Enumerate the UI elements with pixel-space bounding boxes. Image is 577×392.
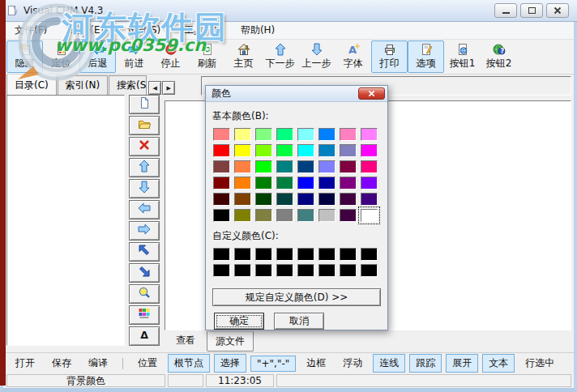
bottom-toolbar-button-1[interactable]: 打开	[9, 354, 41, 373]
toolbar-button-14[interactable]: ?按钮2	[481, 40, 517, 73]
basic-color-swatch[interactable]	[234, 177, 251, 190]
basic-color-swatch[interactable]	[255, 209, 272, 222]
basic-color-swatch[interactable]	[297, 177, 314, 190]
custom-color-swatch[interactable]	[297, 264, 314, 277]
custom-color-swatch[interactable]	[297, 248, 314, 261]
basic-color-swatch[interactable]	[318, 177, 336, 190]
cancel-button[interactable]: 取消	[274, 313, 324, 330]
basic-color-swatch[interactable]	[234, 128, 251, 141]
basic-color-swatch[interactable]	[297, 193, 314, 206]
basic-color-swatch[interactable]	[255, 177, 272, 190]
basic-color-swatch[interactable]	[297, 209, 314, 222]
tab-scroll-left-button[interactable]: ◀	[148, 81, 161, 95]
custom-color-swatch[interactable]	[361, 248, 378, 261]
basic-color-swatch[interactable]	[361, 209, 378, 222]
toolbar-button-10[interactable]: A字体	[335, 40, 371, 73]
toolbar-button-11[interactable]: 打印	[371, 40, 408, 73]
basic-color-swatch[interactable]	[234, 209, 251, 222]
bottom-toolbar-button-8[interactable]: "+","-"	[250, 356, 296, 372]
basic-color-swatch[interactable]	[318, 128, 336, 141]
bottom-toolbar-button-7[interactable]: 选择	[214, 354, 246, 373]
open-folder-button[interactable]	[129, 116, 160, 135]
basic-color-swatch[interactable]	[361, 193, 378, 206]
delete-button[interactable]	[129, 137, 160, 156]
bottom-toolbar-button-15[interactable]: 行选中	[519, 354, 561, 373]
custom-color-swatch[interactable]	[276, 248, 293, 261]
bottom-toolbar-button-12[interactable]: 跟踪	[409, 354, 442, 373]
tab-scroll-right-button[interactable]: ▶	[162, 81, 175, 95]
new-file-button[interactable]	[129, 95, 160, 114]
basic-color-swatch[interactable]	[297, 128, 314, 141]
basic-color-swatch[interactable]	[276, 128, 293, 141]
bottom-toolbar-button-5[interactable]: 位置	[131, 354, 164, 373]
custom-color-swatch[interactable]	[361, 264, 378, 277]
basic-color-swatch[interactable]	[255, 128, 272, 141]
custom-color-swatch[interactable]	[318, 264, 336, 277]
basic-color-swatch[interactable]	[318, 193, 336, 206]
ok-button[interactable]: 确定	[214, 313, 264, 330]
toolbar-button-7[interactable]: 主页	[225, 40, 262, 73]
basic-color-swatch[interactable]	[318, 209, 336, 222]
custom-color-swatch[interactable]	[340, 248, 357, 261]
basic-color-swatch[interactable]	[340, 160, 357, 173]
basic-color-swatch[interactable]	[340, 209, 357, 222]
custom-color-swatch[interactable]	[213, 264, 230, 277]
basic-color-swatch[interactable]	[213, 177, 230, 190]
left-tab-3[interactable]: 搜索(S	[109, 75, 147, 96]
minimize-button[interactable]	[494, 3, 517, 18]
toolbar-button-8[interactable]: 下一步	[262, 40, 298, 73]
basic-color-swatch[interactable]	[340, 128, 357, 141]
bottom-toolbar-button-14[interactable]: 文本	[482, 354, 515, 373]
bottom-toolbar-button-3[interactable]: 编译	[82, 354, 114, 373]
bottom-toolbar-button-6[interactable]: 根节点	[168, 354, 210, 373]
basic-color-swatch[interactable]	[276, 177, 293, 190]
basic-color-swatch[interactable]	[276, 209, 293, 222]
view-tab-1[interactable]: 查看	[168, 331, 203, 350]
custom-color-swatch[interactable]	[255, 264, 272, 277]
custom-color-swatch[interactable]	[340, 264, 357, 277]
basic-color-swatch[interactable]	[318, 144, 336, 157]
left-arrow-button[interactable]	[129, 200, 160, 219]
basic-color-swatch[interactable]	[213, 209, 230, 222]
delta-button[interactable]: Δ	[129, 326, 160, 346]
define-custom-colors-button[interactable]: 规定自定义颜色(D) >>	[212, 288, 381, 306]
basic-color-swatch[interactable]	[234, 193, 251, 206]
right-arrow-button[interactable]	[129, 221, 160, 241]
basic-color-swatch[interactable]	[234, 144, 251, 157]
view-tab-2[interactable]: 源文件	[207, 331, 254, 352]
basic-color-swatch[interactable]	[255, 144, 272, 157]
dialog-close-button[interactable]	[358, 87, 385, 100]
basic-color-swatch[interactable]	[361, 177, 378, 190]
toolbar-button-12[interactable]: 选项	[408, 40, 444, 73]
custom-color-swatch[interactable]	[234, 248, 251, 261]
basic-color-swatch[interactable]	[276, 144, 293, 157]
basic-color-swatch[interactable]	[213, 193, 230, 206]
bottom-toolbar-button-10[interactable]: 浮动	[336, 354, 369, 373]
basic-color-swatch[interactable]	[361, 160, 378, 173]
basic-color-swatch[interactable]	[340, 144, 357, 157]
custom-color-swatch[interactable]	[276, 264, 293, 277]
basic-color-swatch[interactable]	[340, 177, 357, 190]
basic-color-swatch[interactable]	[297, 160, 314, 173]
basic-color-swatch[interactable]	[255, 193, 272, 206]
basic-color-swatch[interactable]	[255, 160, 272, 173]
basic-color-swatch[interactable]	[361, 144, 378, 157]
color-dialog-titlebar[interactable]: 颜色	[206, 86, 387, 102]
se-arrow-button[interactable]	[129, 263, 160, 283]
toolbar-button-13[interactable]: 按钮1	[444, 40, 481, 73]
basic-color-swatch[interactable]	[234, 160, 251, 173]
basic-color-swatch[interactable]	[213, 144, 230, 157]
bottom-toolbar-button-11[interactable]: 连线	[373, 354, 405, 373]
custom-color-swatch[interactable]	[234, 264, 251, 277]
search-button[interactable]	[129, 284, 160, 304]
nw-arrow-button[interactable]	[129, 242, 160, 262]
bottom-toolbar-button-2[interactable]: 保存	[45, 354, 78, 373]
maximize-button[interactable]	[520, 3, 543, 18]
close-button[interactable]	[546, 3, 569, 18]
bottom-toolbar-button-13[interactable]: 展开	[446, 354, 478, 373]
toc-list[interactable]	[6, 95, 125, 346]
basic-color-swatch[interactable]	[276, 160, 293, 173]
toolbar-button-9[interactable]: 上一步	[298, 40, 335, 73]
basic-color-swatch[interactable]	[297, 144, 314, 157]
basic-color-swatch[interactable]	[213, 128, 230, 141]
